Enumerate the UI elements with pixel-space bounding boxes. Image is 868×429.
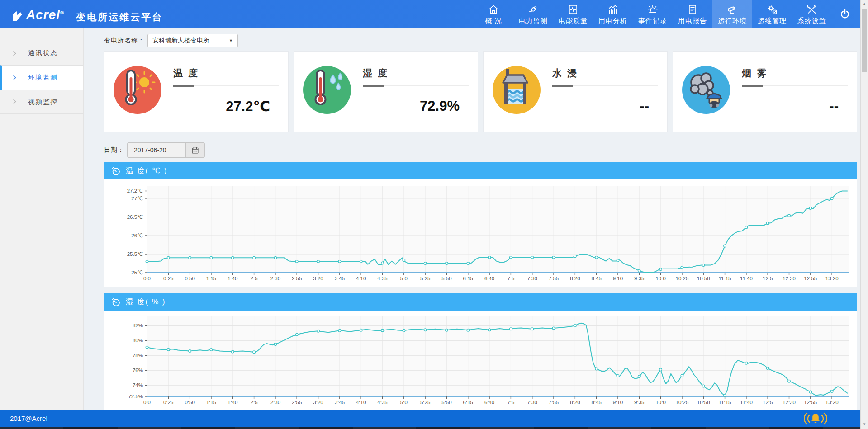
power-icon	[839, 8, 851, 20]
chart-header-humidity: 湿 度( % )	[104, 293, 857, 311]
svg-text:0:25: 0:25	[163, 276, 173, 281]
svg-text:26℃: 26℃	[131, 233, 143, 238]
registered-mark: ®	[60, 9, 64, 15]
page-body: 通讯状态环境监测视频监控 变电所名称： 安科瑞新大楼变电所 ▼ 温 度27.2℃…	[0, 28, 860, 410]
humidity-chart: 82%80%78%76%74%72.5%0:00:250:501:151:402…	[104, 311, 857, 410]
nav-item-label: 电能质量	[559, 17, 588, 25]
card-value: --	[742, 98, 848, 114]
chart-title: 温 度( ℃ )	[126, 166, 167, 176]
chart-panel-humidity: 湿 度( % ) 82%80%78%76%74%72.5%0:00:250:50…	[104, 293, 857, 410]
svg-text:3:20: 3:20	[313, 400, 323, 405]
svg-text:4:10: 4:10	[356, 400, 366, 405]
nav-item-overview[interactable]: 概 况	[474, 0, 513, 28]
svg-text:1:40: 1:40	[228, 400, 237, 405]
date-label: 日期：	[104, 146, 124, 154]
svg-text:4:35: 4:35	[377, 276, 387, 281]
svg-text:82%: 82%	[133, 323, 143, 328]
nav-item-energy-analysis[interactable]: 用电分析	[593, 0, 633, 28]
svg-text:8:45: 8:45	[591, 276, 601, 281]
svg-text:12:55: 12:55	[804, 276, 817, 281]
chart-title: 湿 度( % )	[126, 297, 166, 307]
card-title-underline	[742, 85, 848, 86]
svg-text:4:10: 4:10	[356, 276, 366, 281]
svg-text:2:55: 2:55	[292, 276, 302, 281]
svg-text:10:50: 10:50	[697, 276, 710, 281]
report-icon	[687, 3, 698, 16]
acrel-logo-icon	[11, 9, 24, 23]
svg-text:2:5: 2:5	[251, 400, 258, 405]
svg-text:10:25: 10:25	[676, 276, 689, 281]
card-title-underline	[552, 85, 658, 86]
water-tank-icon	[493, 66, 541, 114]
scrollbar[interactable]: ▲ ▼	[860, 0, 868, 429]
svg-text:8:45: 8:45	[591, 400, 601, 405]
svg-text:12:5: 12:5	[763, 400, 773, 405]
svg-text:2:30: 2:30	[270, 400, 280, 405]
stopwatch-icon	[110, 297, 121, 307]
date-input-group: 2017-06-20	[127, 142, 205, 158]
svg-text:0:0: 0:0	[143, 276, 151, 281]
svg-text:11:40: 11:40	[740, 400, 753, 405]
main-content: 变电所名称： 安科瑞新大楼变电所 ▼ 温 度27.2℃湿 度72.9%水 浸--…	[84, 28, 860, 410]
svg-text:1:40: 1:40	[228, 276, 237, 281]
metric-cards: 温 度27.2℃湿 度72.9%水 浸--烟 雾--	[104, 51, 857, 132]
svg-text:26.5℃: 26.5℃	[127, 214, 143, 220]
thermometer-sun-icon	[114, 66, 161, 114]
svg-text:0:50: 0:50	[185, 276, 194, 281]
sidebar-item-label: 环境监测	[28, 73, 58, 82]
nav-item-label: 运维管理	[758, 17, 787, 25]
nav-item-ops-management[interactable]: 运维管理	[752, 0, 792, 28]
nav-item-power-monitoring[interactable]: 电力监测	[513, 0, 553, 28]
sidebar-item-comm-status[interactable]: 通讯状态	[0, 41, 83, 65]
nav-item-power-quality[interactable]: 电能质量	[553, 0, 593, 28]
card-title-underline	[173, 85, 279, 86]
nav-item-label: 概 况	[485, 17, 502, 25]
date-input[interactable]: 2017-06-20	[128, 143, 185, 157]
svg-text:12:55: 12:55	[804, 400, 817, 405]
nav-item-event-log[interactable]: 事件记录	[633, 0, 673, 28]
svg-text:5:0: 5:0	[400, 400, 408, 405]
alarm-bell-icon[interactable]	[804, 411, 827, 426]
select-arrow-icon: ▼	[229, 38, 233, 43]
card-title-underline	[363, 85, 469, 86]
svg-text:9:35: 9:35	[634, 276, 644, 281]
svg-text:13:20: 13:20	[825, 276, 839, 281]
svg-text:0:0: 0:0	[143, 400, 151, 405]
svg-text:8:20: 8:20	[570, 276, 580, 281]
svg-text:3:20: 3:20	[313, 276, 323, 281]
logout-power-button[interactable]	[832, 0, 858, 28]
app-title: 变电所运维云平台	[76, 11, 163, 24]
station-select[interactable]: 安科瑞新大楼变电所 ▼	[147, 34, 238, 47]
nav-item-power-report[interactable]: 用电报告	[673, 0, 712, 28]
sidebar-item-env-monitoring[interactable]: 环境监测	[0, 65, 83, 90]
svg-text:7:55: 7:55	[549, 276, 559, 281]
station-select-label: 变电所名称：	[104, 37, 145, 45]
scroll-up-arrow-icon[interactable]: ▲	[861, 0, 868, 8]
scroll-down-arrow-icon[interactable]: ▼	[861, 420, 868, 428]
card-smoke: 烟 雾--	[673, 51, 857, 132]
card-temperature: 温 度27.2℃	[104, 51, 289, 132]
nav-item-system-settings[interactable]: 系统设置	[792, 0, 832, 28]
svg-text:76%: 76%	[133, 368, 143, 373]
chevron-right-icon	[11, 98, 18, 105]
cctv-camera-icon	[726, 3, 738, 16]
nav-menu: 概 况电力监测电能质量用电分析事件记录用电报告运行环境运维管理系统设置	[474, 0, 832, 28]
alarm-lamp-icon	[647, 3, 659, 16]
calendar-button[interactable]	[185, 143, 204, 157]
svg-text:6:15: 6:15	[463, 276, 473, 281]
card-value: --	[552, 98, 658, 114]
sidebar-item-video-monitoring[interactable]: 视频监控	[0, 90, 83, 114]
card-title: 温 度	[173, 67, 279, 80]
svg-text:5:0: 5:0	[400, 276, 408, 281]
scroll-thumb[interactable]	[862, 9, 867, 72]
nav-item-label: 用电分析	[598, 17, 627, 25]
tools-icon	[806, 3, 818, 16]
gear-icon	[766, 3, 778, 16]
svg-text:27℃: 27℃	[131, 196, 143, 201]
logo-text: Acrel®	[26, 8, 64, 22]
svg-text:10:0: 10:0	[655, 400, 665, 405]
svg-text:0:50: 0:50	[185, 400, 194, 405]
card-title: 湿 度	[363, 67, 469, 80]
nav-item-environment[interactable]: 运行环境	[712, 0, 752, 28]
chevron-right-icon	[11, 50, 18, 57]
